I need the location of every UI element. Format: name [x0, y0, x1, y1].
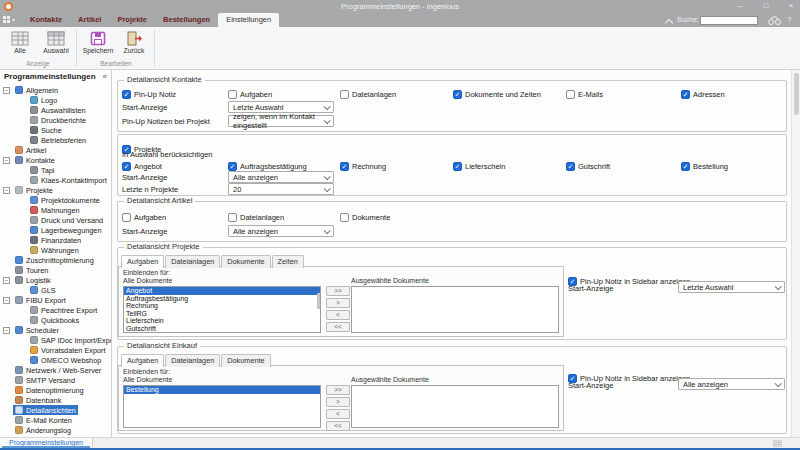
checkbox-aufgaben[interactable]: Aufgaben: [122, 212, 228, 222]
move-all-right-button[interactable]: >>: [326, 286, 350, 296]
start-anzeige-select[interactable]: Alle anzeigen: [678, 378, 785, 390]
sidebar-item-artikel[interactable]: Artikel: [0, 145, 111, 155]
checkbox-box[interactable]: [340, 213, 349, 222]
sidebar-item-tapi[interactable]: Tapi: [0, 165, 111, 175]
sidebar-item-währungen[interactable]: Währungen: [0, 245, 111, 255]
checkbox-box[interactable]: ✓: [453, 90, 462, 99]
zurueck-button[interactable]: Zurück: [116, 29, 152, 59]
tab-dokumente[interactable]: Dokumente: [221, 255, 270, 268]
tab-zeiten[interactable]: Zeiten: [272, 255, 304, 268]
sidebar-item-detailansichten[interactable]: Detailansichten: [0, 405, 111, 415]
sidebar-item-druckberichte[interactable]: Druckberichte: [0, 115, 111, 125]
checkbox-box[interactable]: [122, 213, 131, 222]
tab-dokumente[interactable]: Dokumente: [221, 354, 270, 367]
checkbox-rechnung[interactable]: ✓Rechnung: [340, 161, 453, 171]
tab-aufgaben[interactable]: Aufgaben: [121, 255, 164, 268]
move-all-left-button[interactable]: <<: [326, 322, 350, 332]
sidebar-item-projekte[interactable]: −Projekte: [0, 185, 111, 195]
sidebar-item-fibu-export[interactable]: −FIBU Export: [0, 295, 111, 305]
checkbox-box[interactable]: ✓: [340, 162, 349, 171]
ribbon-tab-einstellungen[interactable]: Einstellungen: [218, 13, 279, 27]
checkbox-bestellung[interactable]: ✓Bestellung: [681, 161, 782, 171]
bottom-tab-programmeinstellungen[interactable]: Programmeinstellungen: [0, 438, 93, 448]
checkbox-adressen[interactable]: ✓Adressen: [681, 89, 782, 99]
sidebar-item-omeco-webshop[interactable]: OMECO Webshop: [0, 355, 111, 365]
sidebar-item-mahnungen[interactable]: Mahnungen: [0, 205, 111, 215]
sidebar-item-zuschnittoptimierung[interactable]: Zuschnittoptimierung: [0, 255, 111, 265]
sidebar-item-scheduler[interactable]: −Scheduler: [0, 325, 111, 335]
sidebar-item-netzwerk-web-server[interactable]: Netzwerk / Web-Server: [0, 365, 111, 375]
list-item-gutschrift[interactable]: Gutschrift: [124, 325, 320, 333]
checkbox-e-mails[interactable]: E-Mails: [566, 89, 681, 99]
auswahl-button[interactable]: Auswahl: [38, 29, 74, 59]
checkbox-box[interactable]: ✓: [453, 162, 462, 171]
speichern-button[interactable]: Speichern: [80, 29, 116, 59]
tab-dateianlagen[interactable]: Dateianlagen: [165, 354, 220, 367]
tree-expander-icon[interactable]: −: [3, 277, 10, 284]
ribbon-tab-projekte[interactable]: Projekte: [109, 13, 155, 27]
tree-expander-icon[interactable]: −: [3, 87, 10, 94]
checkbox-box[interactable]: [228, 90, 237, 99]
checkbox-box[interactable]: ✓: [122, 162, 131, 171]
tab-aufgaben[interactable]: Aufgaben: [121, 354, 164, 367]
list-item-lieferschein[interactable]: Lieferschein: [124, 317, 320, 325]
minimize-button[interactable]: –: [732, 0, 748, 13]
checkbox-gutschrift[interactable]: ✓Gutschrift: [566, 161, 681, 171]
sidebar-item-änderungslog[interactable]: Änderungslog: [0, 425, 111, 435]
pinup-projekt-select[interactable]: zeigen, wenn im Kontakt eingestellt: [228, 115, 334, 127]
sidebar-item-allgemein[interactable]: −Allgemein: [0, 85, 111, 95]
ribbon-tab-artikel[interactable]: Artikel: [70, 13, 109, 27]
checkbox-dokumente-und-zeiten[interactable]: ✓Dokumente und Zeiten: [453, 89, 566, 99]
sidebar-item-vorratsdaten-export[interactable]: Vorratsdaten Export: [0, 345, 111, 355]
checkbox-dokumente[interactable]: Dokumente: [340, 212, 453, 222]
menu-grid-icon[interactable]: [3, 16, 17, 25]
sidebar-item-sap-idoc-import-export[interactable]: SAP IDoc Import/Export: [0, 335, 111, 345]
collapse-ribbon-icon[interactable]: [665, 19, 673, 27]
checkbox-dateianlagen[interactable]: Dateianlagen: [340, 89, 453, 99]
checkbox-dateianlagen[interactable]: Dateianlagen: [228, 212, 340, 222]
help-icon[interactable]: ?: [787, 13, 791, 27]
scrollbar-thumb[interactable]: [794, 73, 799, 115]
list-item-teilrg[interactable]: TeilRG: [124, 310, 320, 318]
sidebar-item-touren[interactable]: Touren: [0, 265, 111, 275]
move-all-right-button[interactable]: >>: [326, 385, 350, 395]
sidebar-item-logistik[interactable]: −Logistik: [0, 275, 111, 285]
sidebar-item-klaes-kontaktimport[interactable]: Klaes-Kontaktimport: [0, 175, 111, 185]
maximize-button[interactable]: □: [758, 0, 774, 13]
sidebar-item-betriebsferien[interactable]: Betriebsferien: [0, 135, 111, 145]
move-left-button[interactable]: <: [326, 310, 350, 320]
checkbox-box[interactable]: ✓: [681, 90, 690, 99]
checkbox-box[interactable]: [228, 213, 237, 222]
list-item-auftragsbestätigung[interactable]: Auftragsbestätigung: [124, 295, 320, 303]
checkbox-aufgaben[interactable]: Aufgaben: [228, 89, 340, 99]
tree-expander-icon[interactable]: −: [3, 297, 10, 304]
sidebar-item-projektdokumente[interactable]: Projektdokumente: [0, 195, 111, 205]
sidebar-item-smtp-versand[interactable]: SMTP Versand: [0, 375, 111, 385]
checkbox-angebot[interactable]: ✓Angebot: [122, 161, 228, 171]
list-item-angebot[interactable]: Angebot: [124, 287, 320, 295]
tab-dateianlagen[interactable]: Dateianlagen: [165, 255, 220, 268]
checkbox-box[interactable]: [340, 90, 349, 99]
list-item-bestellung[interactable]: Bestellung: [124, 386, 320, 394]
checkbox-box[interactable]: ✓: [566, 162, 575, 171]
sidebar-item-lagerbewegungen[interactable]: Lagerbewegungen: [0, 225, 111, 235]
tree-expander-icon[interactable]: −: [3, 187, 10, 194]
list-scrollbar-thumb[interactable]: [317, 293, 320, 309]
close-button[interactable]: ×: [783, 0, 799, 13]
sidebar-item-peachtree-export[interactable]: Peachtree Export: [0, 305, 111, 315]
collapse-sidebar-icon[interactable]: «: [103, 70, 107, 84]
checkbox-box[interactable]: [566, 90, 575, 99]
sidebar-item-suche[interactable]: Suche: [0, 125, 111, 135]
sidebar-item-e-mail-konten[interactable]: E-Mail Konten: [0, 415, 111, 425]
source-document-list[interactable]: Bestellung: [123, 385, 321, 428]
checkbox-auftragsbestätigung[interactable]: ✓Auftragsbestätigung: [228, 161, 340, 171]
start-anzeige-select[interactable]: Letzte Auswahl: [678, 281, 785, 293]
checkbox-box[interactable]: ✓: [122, 90, 131, 99]
sidebar-item-logo[interactable]: Logo: [0, 95, 111, 105]
ribbon-tab-bestellungen[interactable]: Bestellungen: [155, 13, 218, 27]
move-all-left-button[interactable]: <<: [326, 421, 350, 431]
sidebar-item-gls[interactable]: GLS: [0, 285, 111, 295]
checkbox-lieferschein[interactable]: ✓Lieferschein: [453, 161, 566, 171]
move-right-button[interactable]: >: [326, 298, 350, 308]
target-document-list[interactable]: [351, 286, 559, 333]
